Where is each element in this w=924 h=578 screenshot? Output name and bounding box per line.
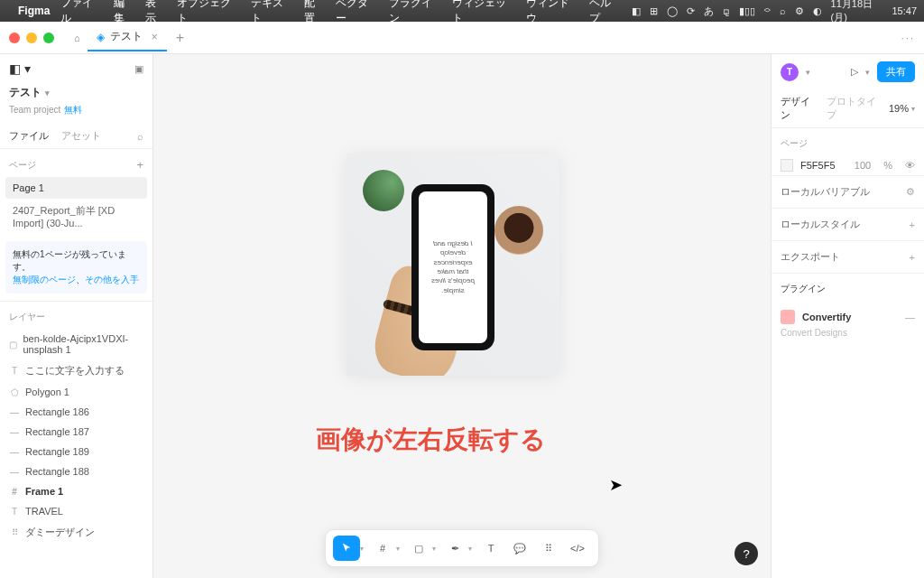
- layer-item[interactable]: —Rectangle 188: [0, 461, 152, 481]
- figma-tray-icon[interactable]: ◧: [632, 5, 641, 17]
- clock-date[interactable]: 11月18日 (月): [831, 0, 883, 24]
- plugins-label: プラグイン: [772, 273, 924, 301]
- menu-vector[interactable]: ベクター: [336, 0, 378, 26]
- actions-tool[interactable]: ⠿: [535, 536, 562, 561]
- layer-name: Rectangle 186: [25, 406, 89, 417]
- file-tab[interactable]: ◈ テスト ×: [88, 23, 167, 51]
- menu-help[interactable]: ヘルプ: [589, 0, 621, 26]
- comment-tool[interactable]: 💬: [506, 536, 533, 561]
- add-page-button[interactable]: +: [136, 158, 143, 172]
- clock-time[interactable]: 15:47: [892, 5, 917, 16]
- menu-plugin[interactable]: プラグイン: [389, 0, 441, 26]
- move-tool[interactable]: [333, 536, 360, 561]
- background-color-row[interactable]: F5F5F5 100 % 👁: [772, 155, 924, 175]
- control-center-icon[interactable]: ⚙: [795, 5, 804, 17]
- color-hex[interactable]: F5F5F5: [800, 160, 847, 171]
- layer-item[interactable]: TTRAVEL: [0, 501, 152, 521]
- menu-file[interactable]: ファイル: [60, 0, 103, 26]
- close-window-button[interactable]: [9, 33, 20, 43]
- local-styles-row[interactable]: ローカルスタイル+: [772, 208, 924, 240]
- layer-item[interactable]: —Rectangle 186: [0, 402, 152, 422]
- tray-icon[interactable]: ⊞: [650, 5, 658, 17]
- design-tab[interactable]: デザイン: [781, 95, 814, 122]
- layer-item[interactable]: #Frame 1: [0, 481, 152, 501]
- color-swatch[interactable]: [781, 159, 793, 172]
- wifi-icon[interactable]: ⌔: [764, 5, 771, 16]
- menu-view[interactable]: 表示: [145, 0, 166, 26]
- macos-menubar: Figma ファイル 編集 表示 オブジェクト テキスト 配置 ベクター プラグ…: [0, 0, 924, 22]
- canvas[interactable]: I design anddevelopexperiencesthat makep…: [153, 54, 771, 578]
- layer-item[interactable]: ▢ben-kolde-Ajcipx1VDXI-unsplash 1: [0, 329, 152, 359]
- layer-item[interactable]: —Rectangle 189: [0, 442, 152, 461]
- traffic-lights: [9, 33, 54, 43]
- minimize-window-button[interactable]: [26, 33, 37, 43]
- zoom-control[interactable]: 19%▾: [889, 103, 915, 114]
- upgrade-link[interactable]: 無制限のページ: [13, 275, 76, 284]
- collapse-icon[interactable]: —: [905, 312, 915, 322]
- layer-type-icon: —: [9, 407, 20, 417]
- chevron-down-icon[interactable]: ▾: [865, 68, 870, 77]
- zoom-window-button[interactable]: [43, 33, 54, 43]
- menu-object[interactable]: オブジェクト: [177, 0, 240, 26]
- canvas-image[interactable]: I design anddevelopexperiencesthat makep…: [346, 154, 559, 376]
- menu-window[interactable]: ウィンドウ: [526, 0, 578, 26]
- cursor-icon: ➤: [609, 475, 623, 495]
- figma-menu-button[interactable]: ◧ ▾: [9, 61, 31, 76]
- pen-tool[interactable]: ✒: [441, 536, 468, 561]
- visibility-icon[interactable]: 👁: [905, 160, 915, 171]
- window-more-button[interactable]: ···: [901, 33, 915, 43]
- home-button[interactable]: ⌂: [67, 27, 88, 49]
- page-item[interactable]: 2407_Report_前半 [XD Import] (30-Ju...: [5, 199, 147, 234]
- panel-mode-icon[interactable]: ▣: [134, 63, 143, 75]
- search-icon[interactable]: ⌕: [780, 5, 786, 16]
- layer-name: Rectangle 188: [25, 466, 89, 477]
- color-opacity[interactable]: 100: [855, 160, 871, 171]
- layer-name: Rectangle 187: [25, 426, 89, 437]
- frame-tool[interactable]: #: [369, 536, 396, 561]
- new-tab-button[interactable]: +: [167, 24, 193, 51]
- upgrade-link[interactable]: その他を入手: [85, 275, 139, 284]
- line-tray-icon[interactable]: ◯: [667, 5, 678, 17]
- page-item[interactable]: Page 1: [5, 177, 147, 199]
- search-icon[interactable]: ⌕: [137, 131, 143, 142]
- export-row[interactable]: エクスポート+: [772, 240, 924, 273]
- file-title[interactable]: テスト▾: [0, 83, 152, 102]
- prototype-tab[interactable]: プロトタイプ: [827, 95, 876, 122]
- asset-tab-button[interactable]: アセット: [61, 129, 101, 143]
- local-variables-row[interactable]: ローカルバリアブル⚙: [772, 175, 924, 208]
- siri-icon[interactable]: ◐: [813, 5, 822, 17]
- layer-item[interactable]: ⠿ダミーデザイン: [0, 521, 152, 544]
- share-button[interactable]: 共有: [877, 61, 915, 82]
- page-section-label: ページ: [772, 128, 924, 155]
- menu-text[interactable]: テキスト: [251, 0, 293, 26]
- file-tab-button[interactable]: ファイル: [9, 129, 49, 143]
- right-panel: T ▾ ▷ ▾ 共有 デザイン プロトタイプ 19%▾ ページ F5F5F5 1…: [771, 54, 924, 578]
- plus-icon: +: [910, 219, 915, 230]
- figma-file-icon: ◈: [97, 31, 105, 43]
- layer-item[interactable]: ⬠Polygon 1: [0, 382, 152, 402]
- user-avatar[interactable]: T: [781, 63, 799, 81]
- battery-icon[interactable]: ▮▯▯: [739, 5, 755, 17]
- help-button[interactable]: ?: [735, 542, 758, 565]
- file-team[interactable]: Team project無料: [0, 102, 152, 124]
- layer-name: ben-kolde-Ajcipx1VDXI-unsplash 1: [23, 333, 143, 355]
- layer-type-icon: —: [9, 447, 20, 457]
- layer-item[interactable]: Tここに文字を入力する: [0, 359, 152, 382]
- menu-widget[interactable]: ウィジェット: [452, 0, 515, 26]
- menu-edit[interactable]: 編集: [114, 0, 134, 26]
- tray-icon[interactable]: ⟳: [687, 5, 695, 17]
- devmode-tool[interactable]: </>: [564, 536, 591, 561]
- ime-icon[interactable]: あ: [704, 5, 714, 18]
- text-tool[interactable]: T: [477, 536, 504, 561]
- layer-item[interactable]: —Rectangle 187: [0, 422, 152, 442]
- layer-name: Rectangle 189: [25, 446, 89, 457]
- plugin-row[interactable]: Convertify — Convert Designs: [772, 301, 924, 347]
- chevron-down-icon[interactable]: ▾: [806, 68, 810, 77]
- shape-tool[interactable]: ▢: [405, 536, 432, 561]
- app-name[interactable]: Figma: [18, 5, 50, 17]
- close-tab-icon[interactable]: ×: [152, 31, 158, 43]
- present-button[interactable]: ▷: [851, 66, 858, 78]
- menu-arrange[interactable]: 配置: [304, 0, 325, 26]
- layer-type-icon: —: [9, 467, 20, 477]
- bluetooth-icon[interactable]: ⚼: [723, 5, 730, 17]
